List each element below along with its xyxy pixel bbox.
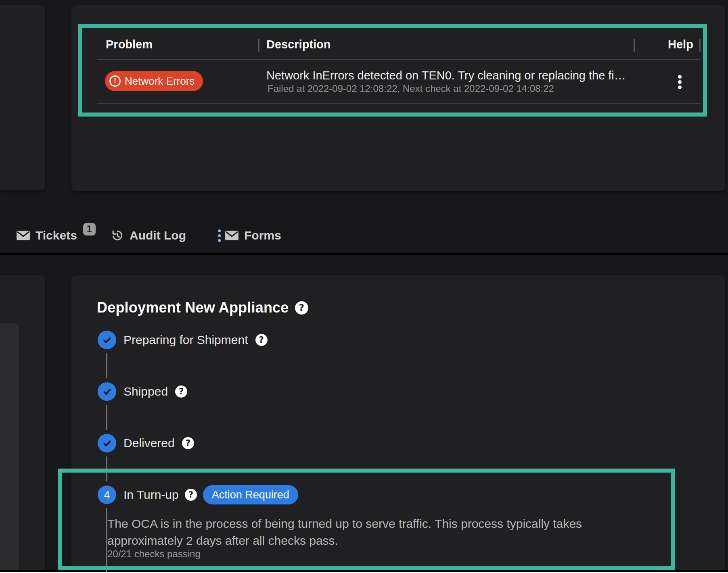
description-column-header: Description	[266, 38, 331, 51]
dots-icon	[218, 229, 221, 242]
left-rail-subpanel	[0, 323, 19, 573]
step-completed-check-icon	[98, 382, 116, 401]
screen: Problem Description Help ! Network Error…	[0, 0, 728, 573]
step-label: Shipped	[123, 385, 168, 398]
step-connector	[106, 353, 107, 378]
column-divider	[258, 39, 259, 52]
problems-table-highlight: Problem Description Help ! Network Error…	[78, 24, 707, 117]
help-icon[interactable]: ?	[182, 437, 194, 449]
kebab-icon	[678, 75, 682, 79]
row-actions-menu-button[interactable]	[674, 73, 685, 90]
help-icon[interactable]: ?	[295, 301, 308, 315]
problem-meta: Failed at 2022-09-02 12:08:22, Next chec…	[268, 83, 554, 94]
step-label: Preparing for Shipment	[123, 333, 248, 347]
table-row-divider	[97, 103, 701, 104]
step-shipped: Shipped ?	[98, 382, 187, 401]
step-preparing-for-shipment: Preparing for Shipment ?	[98, 331, 268, 349]
tab-audit-log[interactable]: Audit Log	[111, 226, 186, 245]
problem-column-header: Problem	[106, 38, 153, 51]
network-errors-badge: ! Network Errors	[105, 71, 203, 91]
column-divider	[699, 39, 701, 52]
help-column-header: Help	[668, 38, 693, 51]
table-header-divider	[97, 59, 701, 60]
alert-icon: !	[109, 75, 121, 87]
in-turnup-highlight	[58, 469, 675, 570]
tab-tickets-label: Tickets	[36, 229, 77, 242]
mail-icon	[16, 230, 30, 241]
tab-audit-log-label: Audit Log	[130, 229, 186, 242]
step-delivered: Delivered ?	[98, 434, 194, 452]
tab-forms[interactable]: Forms	[218, 226, 281, 245]
step-completed-check-icon	[98, 434, 116, 452]
help-icon[interactable]: ?	[175, 385, 187, 398]
tab-tickets[interactable]: Tickets 1	[16, 226, 96, 245]
tab-forms-label: Forms	[244, 229, 281, 242]
tickets-count-badge: 1	[83, 223, 96, 235]
step-completed-check-icon	[98, 331, 116, 349]
mail-icon	[225, 230, 239, 241]
section-divider	[0, 253, 728, 255]
left-rail-panel-top	[0, 5, 45, 190]
step-connector	[106, 405, 107, 430]
problem-description: Network InErrors detected on TEN0. Try c…	[266, 69, 626, 81]
deployment-title-row: Deployment New Appliance ?	[97, 299, 308, 316]
network-errors-badge-label: Network Errors	[125, 75, 195, 88]
history-icon	[111, 229, 124, 242]
deployment-title: Deployment New Appliance	[97, 299, 289, 316]
help-icon[interactable]: ?	[255, 334, 268, 346]
step-label: Delivered	[123, 436, 175, 450]
column-divider	[634, 39, 635, 52]
